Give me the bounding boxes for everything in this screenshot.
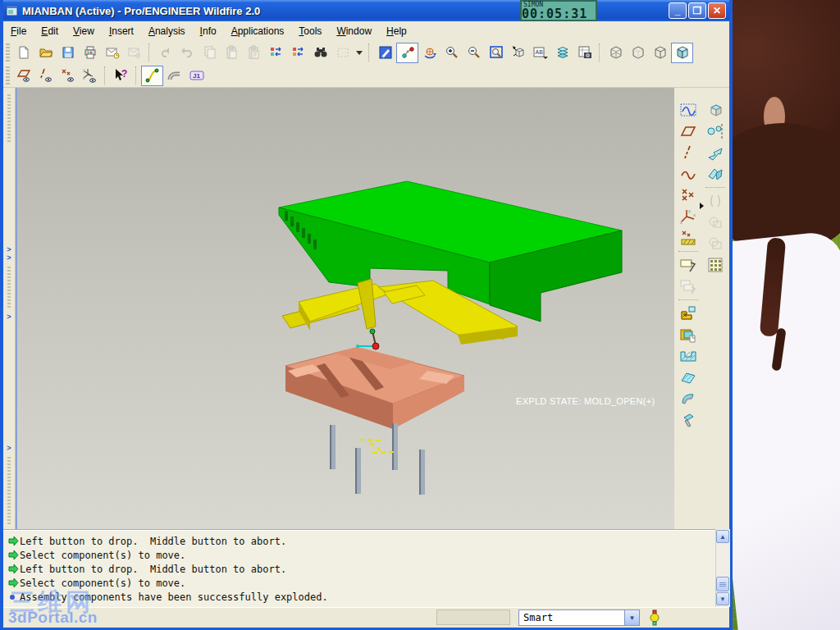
- repaint-button[interactable]: [374, 43, 396, 63]
- view-manager-button[interactable]: AB: [529, 43, 551, 63]
- menu-file[interactable]: File: [3, 23, 34, 39]
- csys-toggle[interactable]: yz: [79, 66, 101, 86]
- extrude-button[interactable]: [704, 99, 727, 121]
- offset-points-button[interactable]: [677, 227, 700, 249]
- selection-buffer-icon[interactable]: [648, 609, 661, 626]
- save-button[interactable]: [57, 43, 79, 63]
- mail-link-button[interactable]: [123, 43, 145, 63]
- datum-point-icon: [679, 186, 697, 204]
- undo-button[interactable]: [154, 43, 176, 63]
- sketch-button[interactable]: [677, 254, 700, 276]
- menu-edit[interactable]: Edit: [34, 23, 66, 39]
- hidden-line-button[interactable]: [627, 43, 649, 63]
- orient-mode-button[interactable]: [418, 43, 441, 63]
- view-capture-button[interactable]: [573, 43, 596, 63]
- wireframe-button[interactable]: [605, 43, 627, 63]
- datum-axes-toggle[interactable]: [34, 66, 57, 86]
- menu-help[interactable]: Help: [379, 23, 414, 39]
- datum-plane-button[interactable]: [677, 121, 700, 142]
- window-title: MIANBAN (Active) - Pro/ENGINEER Wildfire…: [22, 5, 260, 17]
- find-button[interactable]: [309, 43, 331, 63]
- close-button[interactable]: ✕: [708, 2, 726, 19]
- open-button[interactable]: [34, 43, 57, 63]
- no-hidden-button[interactable]: [649, 43, 671, 63]
- menu-view[interactable]: View: [66, 23, 102, 39]
- select-box-button[interactable]: [331, 43, 354, 63]
- blend-button[interactable]: [704, 163, 727, 185]
- joint-j1-button[interactable]: J1: [185, 66, 208, 86]
- svg-text:J1: J1: [193, 72, 200, 80]
- datum-axis-button[interactable]: [677, 142, 700, 163]
- datum-points-toggle[interactable]: [57, 66, 79, 86]
- copy-button[interactable]: [199, 43, 221, 63]
- zoom-out-button[interactable]: [463, 43, 485, 63]
- send-mail-button[interactable]: [101, 43, 123, 63]
- minimize-button[interactable]: _: [669, 2, 687, 19]
- maximize-button[interactable]: ❒: [688, 2, 706, 19]
- pipe-button[interactable]: [163, 66, 185, 86]
- select-options-button[interactable]: [354, 43, 365, 63]
- toolbar-grip[interactable]: [6, 43, 10, 62]
- refit-button[interactable]: [485, 43, 507, 63]
- menu-window[interactable]: Window: [329, 23, 379, 39]
- menu-applications[interactable]: Applications: [224, 23, 292, 39]
- hole-button[interactable]: [704, 233, 727, 254]
- paste-button[interactable]: [221, 43, 243, 63]
- menu-insert[interactable]: Insert: [102, 23, 141, 39]
- menu-info[interactable]: Info: [193, 23, 224, 39]
- menu-analysis[interactable]: Analysis: [141, 23, 193, 39]
- explode-lines-button[interactable]: [141, 66, 163, 86]
- mold-component-button[interactable]: [677, 303, 700, 324]
- print-button[interactable]: [79, 43, 101, 63]
- revolve-button[interactable]: [704, 121, 727, 142]
- redo-button[interactable]: [176, 43, 199, 63]
- graphics-viewport[interactable]: EXPLD STATE: MOLD_OPEN(+): [16, 88, 676, 529]
- pattern-button[interactable]: [704, 254, 727, 276]
- scroll-down-button[interactable]: ▼: [716, 592, 729, 605]
- scroll-up-button[interactable]: ▲: [716, 530, 729, 543]
- sash-grip[interactable]: [7, 457, 11, 524]
- regenerate-custom-button[interactable]: [287, 43, 309, 63]
- layers-button[interactable]: [551, 43, 573, 63]
- menu-tools[interactable]: Tools: [291, 23, 329, 39]
- sketch-internal-button[interactable]: [677, 276, 700, 297]
- mold-cavity-button[interactable]: [677, 345, 700, 367]
- spin-center-button[interactable]: [396, 43, 418, 63]
- zoom-in-button[interactable]: [441, 43, 463, 63]
- saved-views-button[interactable]: [507, 43, 529, 63]
- navigator-sash[interactable]: > > > >: [3, 88, 16, 529]
- flyout-arrow-icon[interactable]: [700, 203, 704, 209]
- datum-curve-button[interactable]: [677, 163, 700, 185]
- mold-workpiece-button[interactable]: [677, 324, 700, 345]
- coordinate-system-button[interactable]: yzx: [677, 206, 700, 227]
- mold-volume-button[interactable]: [677, 388, 700, 409]
- sash-grip[interactable]: [7, 267, 11, 308]
- mold-assembly-model: [17, 88, 676, 529]
- combo-arrow-icon[interactable]: ▼: [624, 610, 639, 625]
- paste-special-button[interactable]: [243, 43, 265, 63]
- mold-trim-button[interactable]: [677, 409, 700, 431]
- sash-open-chevron[interactable]: >: [7, 313, 11, 321]
- scroll-thumb[interactable]: [716, 577, 729, 591]
- datum-planes-toggle[interactable]: [12, 66, 34, 86]
- style-feature-button[interactable]: [677, 99, 700, 121]
- sash-open-chevron[interactable]: >: [7, 444, 11, 452]
- toolbar-grip[interactable]: [6, 66, 10, 84]
- explode-state-label: EXPLD STATE: MOLD_OPEN(+): [516, 396, 655, 406]
- title-bar[interactable]: MIANBAN (Active) - Pro/ENGINEER Wildfire…: [3, 0, 729, 21]
- message-scrollbar[interactable]: ▲ ▼: [715, 529, 730, 607]
- new-button[interactable]: [12, 43, 34, 63]
- regenerate-button[interactable]: [265, 43, 287, 63]
- context-help-button[interactable]: ?: [110, 66, 132, 86]
- round-button[interactable]: [704, 190, 727, 212]
- sash-grip[interactable]: [7, 93, 11, 142]
- sweep-button[interactable]: [704, 142, 727, 163]
- sash-open-chevron[interactable]: >: [7, 253, 11, 262]
- shaded-button[interactable]: [671, 43, 693, 63]
- sash-open-chevron[interactable]: >: [7, 245, 11, 253]
- datum-point-button[interactable]: [677, 185, 700, 206]
- selection-filter-combo[interactable]: Smart ▼: [518, 609, 640, 626]
- parting-surface-button[interactable]: [677, 367, 700, 388]
- chamfer-button[interactable]: [704, 212, 727, 233]
- sketch-icon: [679, 256, 697, 274]
